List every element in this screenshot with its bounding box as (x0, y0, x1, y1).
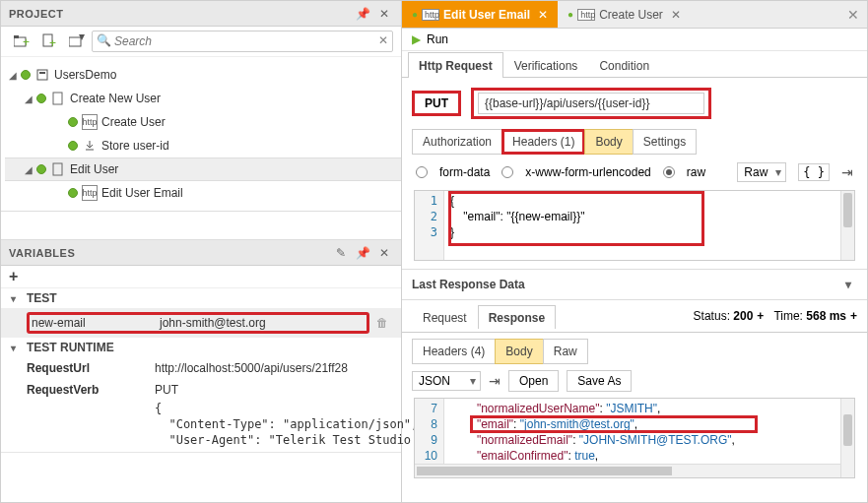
tree-label: Edit User Email (101, 186, 183, 200)
subtab-condition[interactable]: Condition (588, 52, 660, 78)
chevron-down-icon[interactable]: ◢ (25, 164, 36, 175)
status-value: 200 (733, 309, 753, 323)
response-body-tabs: Headers (4) Body Raw (402, 333, 867, 364)
radio-label: form-data (439, 165, 490, 179)
time-label: Time: (773, 309, 803, 323)
runtime-headers-code: { "Content-Type": "application/json", "U… (1, 401, 401, 448)
search-input[interactable] (92, 31, 393, 52)
svg-rect-10 (53, 163, 62, 175)
chevron-down-icon[interactable]: ◢ (9, 70, 21, 81)
response-body-editor[interactable]: 78910 "normalizedUserName": "JSMITH", "e… (414, 398, 855, 478)
tab-label: Create User (599, 8, 663, 22)
radio-raw[interactable] (663, 166, 675, 178)
close-tab-icon[interactable]: ✕ (538, 8, 548, 22)
clear-search-icon[interactable]: ✕ (378, 33, 388, 47)
method-url-row: PUT (402, 78, 867, 125)
tree-item-store-userid[interactable]: Store user-id (5, 134, 401, 157)
braces-icon[interactable]: { } (798, 163, 830, 181)
svg-rect-9 (53, 93, 62, 104)
tab-create-user[interactable]: ● http Create User ✕ (558, 1, 691, 28)
subtab-authorization[interactable]: Authorization (412, 129, 502, 155)
chevron-down-icon[interactable]: ▾ (839, 276, 857, 293)
subtab-body[interactable]: Body (584, 129, 633, 155)
pin-icon[interactable]: 📌 (354, 244, 371, 262)
tree-item-edit-email[interactable]: http Edit User Email (5, 181, 401, 205)
radio-label: raw (687, 165, 705, 179)
request-body-editor[interactable]: 123 { "email": "{{new-email}}" } (414, 190, 855, 261)
close-icon[interactable]: ✕ (375, 5, 393, 23)
var-group-label: TEST (27, 291, 57, 305)
var-group-test[interactable]: ▾TEST (1, 288, 401, 308)
var-group-runtime[interactable]: ▾TEST RUNTIME (1, 338, 401, 357)
scrollbar-horizontal[interactable] (415, 464, 840, 477)
tree-folder-create[interactable]: ◢ Create New User (5, 87, 401, 110)
wrap-icon[interactable]: ⇥ (489, 373, 501, 389)
var-group-label: TEST RUNTIME (27, 341, 114, 354)
http-icon: http (422, 9, 439, 21)
status-dot-icon: ● (412, 9, 418, 20)
project-tree: ◢ UsersDemo ◢ Create New User http Creat… (1, 57, 401, 211)
file-icon (50, 161, 66, 177)
resp-tab-request[interactable]: Request (412, 305, 478, 329)
tree-label: Create User (101, 115, 166, 129)
subtab-verifications[interactable]: Verifications (503, 52, 589, 78)
project-toolbar: + + ▾ 🔍 ✕ (1, 27, 401, 57)
close-icon[interactable]: ✕ (375, 244, 393, 262)
play-icon[interactable]: ▶ (412, 32, 421, 46)
add-variable-button[interactable]: + (1, 266, 401, 288)
scrollbar-vertical[interactable] (840, 399, 854, 477)
project-title: PROJECT (9, 8, 350, 20)
variable-highlight: new-email john-smith@test.org (27, 312, 369, 334)
wrap-icon[interactable]: ⇥ (841, 164, 853, 180)
expand-status-icon[interactable]: + (757, 309, 764, 323)
editor-tabbar: ● http Edit User Email ✕ ● http Create U… (402, 1, 867, 29)
resp-tab-response[interactable]: Response (478, 305, 556, 329)
tree-root[interactable]: ◢ UsersDemo (5, 63, 401, 87)
radio-form-data[interactable] (416, 166, 428, 178)
new-file-icon[interactable]: + (40, 32, 58, 50)
body-subtabs: Authorization Headers (1) Body Settings (402, 125, 867, 155)
tree-folder-edit[interactable]: ◢ Edit User (5, 157, 401, 181)
pin-icon[interactable]: 📌 (354, 5, 371, 23)
download-icon (82, 138, 98, 154)
scrollbar-vertical[interactable] (840, 191, 854, 260)
subtab-headers[interactable]: Headers (1) (501, 129, 585, 155)
http-method-select[interactable]: PUT (412, 91, 461, 116)
last-response-header: Last Response Data ▾ (402, 269, 867, 300)
tab-edit-user-email[interactable]: ● http Edit User Email ✕ (402, 1, 558, 28)
response-format-select[interactable]: JSON (412, 371, 481, 391)
raw-type-select[interactable]: Raw (737, 162, 786, 182)
editor-code[interactable]: { "email": "{{new-email}}" } (444, 191, 854, 242)
close-all-icon[interactable]: ✕ (839, 7, 867, 23)
svg-text:▾: ▾ (79, 34, 85, 43)
close-tab-icon[interactable]: ✕ (671, 8, 681, 22)
open-button[interactable]: Open (508, 370, 559, 392)
file-icon (50, 91, 66, 106)
resp-subtab-raw[interactable]: Raw (543, 339, 588, 364)
chevron-down-icon: ▾ (11, 343, 23, 353)
trash-icon[interactable]: 🗑 (373, 314, 391, 332)
radio-xwww[interactable] (501, 166, 513, 178)
resp-subtab-headers[interactable]: Headers (4) (412, 339, 496, 364)
project-icon (34, 67, 50, 83)
svg-text:+: + (23, 35, 30, 48)
radio-label: x-www-form-urlencoded (525, 165, 650, 179)
tree-item-create-user[interactable]: http Create User (5, 110, 401, 134)
new-folder-icon[interactable]: + (13, 32, 31, 50)
subtab-settings[interactable]: Settings (633, 129, 697, 155)
status-dot-icon (68, 188, 78, 198)
subtab-http-request[interactable]: Http Request (408, 52, 503, 78)
status-label: Status: (694, 309, 730, 323)
expand-time-icon[interactable]: + (850, 309, 857, 323)
url-input[interactable] (478, 93, 704, 114)
resp-subtab-body[interactable]: Body (495, 339, 543, 364)
save-as-button[interactable]: Save As (567, 370, 632, 392)
chevron-down-icon[interactable]: ◢ (25, 94, 36, 104)
variable-key: new-email (32, 316, 160, 330)
tree-label: Edit User (70, 162, 118, 176)
import-icon[interactable]: ▾ (68, 32, 86, 50)
run-button[interactable]: Run (427, 32, 448, 46)
editor-gutter: 123 (415, 191, 444, 260)
variable-row[interactable]: new-email john-smith@test.org 🗑 (1, 308, 401, 338)
edit-icon[interactable]: ✎ (332, 244, 350, 262)
